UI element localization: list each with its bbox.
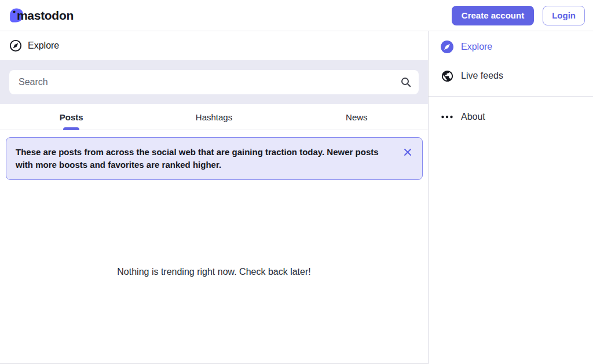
create-account-button[interactable]: Create account: [452, 6, 534, 25]
globe-icon: [440, 69, 454, 83]
sidebar-item-label: About: [461, 112, 485, 122]
brand-wordmark: mastodon: [17, 9, 74, 23]
page-title: Explore: [28, 41, 59, 51]
page-layout: Explore Posts Hashtags: [0, 31, 593, 364]
header-actions: Create account Login: [452, 6, 585, 25]
sidebar-item-live-feeds[interactable]: Live feeds: [429, 61, 593, 90]
close-icon[interactable]: [401, 146, 414, 159]
tab-news-label: News: [346, 112, 368, 122]
active-tab-indicator: [63, 127, 79, 130]
mastodon-logo[interactable]: mastodon: [8, 7, 74, 24]
empty-state-message: Nothing is trending right now. Check bac…: [0, 180, 428, 363]
login-button[interactable]: Login: [543, 6, 585, 25]
sidebar-divider: [429, 96, 593, 97]
sidebar-item-explore[interactable]: Explore: [429, 32, 593, 61]
search-input[interactable]: [9, 70, 419, 94]
top-header: mastodon Create account Login: [0, 0, 593, 31]
navigation-sidebar: Explore Live feeds About: [429, 31, 593, 364]
search-section: [0, 60, 428, 104]
tab-posts[interactable]: Posts: [0, 104, 142, 130]
tab-news[interactable]: News: [285, 104, 428, 130]
search-icon[interactable]: [400, 76, 412, 88]
explore-column: Explore Posts Hashtags: [0, 31, 429, 364]
ellipsis-icon: [440, 110, 454, 124]
trending-info-banner: These are posts from across the social w…: [6, 137, 423, 180]
banner-text: These are posts from across the social w…: [16, 146, 401, 171]
sidebar-item-about[interactable]: About: [429, 102, 593, 131]
tab-hashtags-label: Hashtags: [196, 112, 232, 122]
tab-hashtags[interactable]: Hashtags: [142, 104, 285, 130]
compass-icon: [440, 40, 454, 54]
explore-tabs: Posts Hashtags News: [0, 104, 428, 130]
column-header: Explore: [0, 31, 428, 60]
tab-posts-label: Posts: [60, 112, 83, 122]
compass-icon: [9, 39, 22, 52]
sidebar-item-label: Live feeds: [461, 71, 503, 81]
sidebar-item-label: Explore: [461, 42, 492, 52]
